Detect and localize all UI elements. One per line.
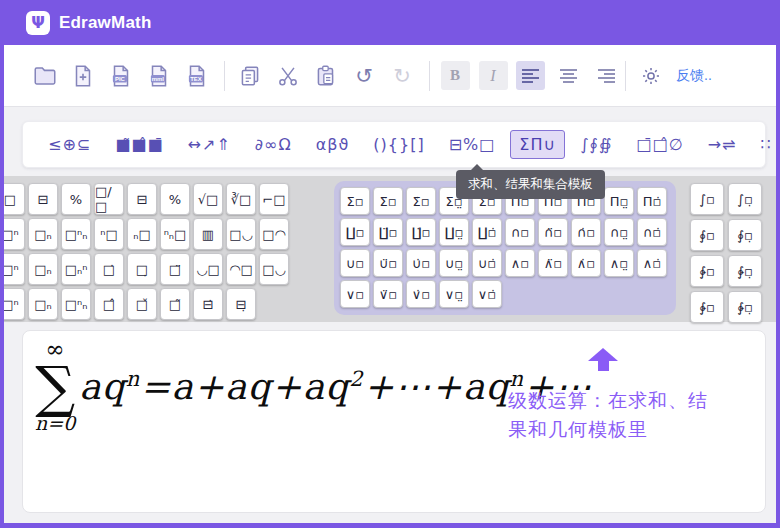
category-accents[interactable]: ■̃■̂■̄ bbox=[106, 130, 172, 159]
template-cell-left-r1c7[interactable]: √□ bbox=[193, 183, 223, 215]
template-cell-right-r2c2[interactable]: ∮▫̣ bbox=[728, 219, 762, 251]
template-cell-middle-r3c9[interactable]: ∧▫̤ bbox=[604, 249, 634, 277]
template-cell-right-r3c2[interactable]: ∳▫̣ bbox=[728, 255, 762, 287]
template-cell-middle-r3c1[interactable]: ∪▫ bbox=[340, 249, 370, 277]
bold-button[interactable]: B bbox=[440, 61, 470, 91]
category-labeled-arrows[interactable]: →⇌ bbox=[699, 130, 746, 159]
undo-button[interactable]: ↺ bbox=[349, 61, 379, 91]
template-cell-left-r3c6[interactable]: □̈ bbox=[160, 253, 190, 285]
template-cell-left-r1c8[interactable]: ∛□ bbox=[226, 183, 256, 215]
template-cell-right-r2c1[interactable]: ∮▫ bbox=[690, 219, 724, 251]
settings-button[interactable] bbox=[636, 61, 666, 91]
redo-button[interactable]: ↻ bbox=[387, 61, 417, 91]
template-cell-middle-r2c6[interactable]: ∩▫ bbox=[505, 218, 535, 246]
template-cell-left-r2c3[interactable]: □ⁿₙ bbox=[61, 218, 91, 250]
category-brackets[interactable]: (){}[] bbox=[364, 130, 433, 159]
template-cell-left-r1c6[interactable]: % bbox=[160, 183, 190, 215]
align-left-button[interactable] bbox=[516, 61, 545, 90]
template-cell-middle-r1c1[interactable]: Σ▫ bbox=[340, 187, 370, 215]
template-cell-middle-r1c9[interactable]: Π▫̤ bbox=[604, 187, 634, 215]
template-cell-left-r1c3[interactable]: % bbox=[61, 183, 91, 215]
template-cell-left-r2c9[interactable]: □◠ bbox=[259, 218, 289, 250]
category-bar-hat-slash[interactable]: □̄□̂∅ bbox=[628, 130, 693, 159]
template-cell-middle-r1c3[interactable]: Σ̇▫ bbox=[406, 187, 436, 215]
template-cell-middle-r3c6[interactable]: ∧▫ bbox=[505, 249, 535, 277]
template-cell-left-r4c8[interactable]: ⊟̣ bbox=[226, 288, 256, 320]
template-cell-left-r4c7[interactable]: ⊟̇ bbox=[193, 288, 223, 320]
template-cell-middle-r4c4[interactable]: ∨▫̤ bbox=[439, 280, 469, 308]
template-cell-left-r3c2[interactable]: □ₙ bbox=[28, 253, 58, 285]
template-cell-right-r3c1[interactable]: ∳▫ bbox=[690, 255, 724, 287]
template-cell-middle-r3c4[interactable]: ∪▫̤ bbox=[439, 249, 469, 277]
export-latex-button[interactable]: TEX bbox=[182, 61, 212, 91]
template-cell-left-r4c5[interactable]: □̌ bbox=[127, 288, 157, 320]
template-cell-middle-r2c4[interactable]: ∐▫̤ bbox=[439, 218, 469, 246]
template-cell-left-r3c7[interactable]: ◡□ bbox=[193, 253, 223, 285]
template-cell-middle-r2c5[interactable]: ∐▫̇ bbox=[472, 218, 502, 246]
paste-button[interactable] bbox=[311, 61, 341, 91]
template-cell-left-r2c7[interactable]: ▥ bbox=[193, 218, 223, 250]
template-cell-left-r3c5[interactable]: □̣ bbox=[127, 253, 157, 285]
template-cell-left-r4c1[interactable]: □ⁿ bbox=[0, 288, 25, 320]
export-mathml-button[interactable]: mml bbox=[144, 61, 174, 91]
export-image-button[interactable]: PIC bbox=[106, 61, 136, 91]
template-cell-right-r4c2[interactable]: ∲▫̣ bbox=[728, 291, 762, 323]
template-cell-middle-r2c2[interactable]: ∐̈▫ bbox=[373, 218, 403, 246]
category-greek-letters[interactable]: αβϑ bbox=[307, 130, 359, 159]
template-cell-left-r4c2[interactable]: □ₙ bbox=[28, 288, 58, 320]
template-cell-left-r2c6[interactable]: ⁿₙ□ bbox=[160, 218, 190, 250]
template-cell-left-r2c2[interactable]: □ₙ bbox=[28, 218, 58, 250]
template-cell-middle-r1c10[interactable]: Π▫̇ bbox=[637, 187, 667, 215]
template-cell-left-r2c8[interactable]: □◡ bbox=[226, 218, 256, 250]
template-cell-middle-r4c5[interactable]: ∨▫̇ bbox=[472, 280, 502, 308]
template-cell-middle-r3c7[interactable]: ∧̈▫ bbox=[538, 249, 568, 277]
template-cell-middle-r2c3[interactable]: ∐̇▫ bbox=[406, 218, 436, 246]
cut-button[interactable] bbox=[273, 61, 303, 91]
template-cell-left-r1c9[interactable]: ⌐□ bbox=[259, 183, 289, 215]
new-document-button[interactable] bbox=[68, 61, 98, 91]
template-cell-left-r2c1[interactable]: □ⁿ bbox=[0, 218, 25, 250]
template-cell-middle-r2c10[interactable]: ∩▫̇ bbox=[637, 218, 667, 246]
template-cell-left-r1c4[interactable]: □/□ bbox=[94, 183, 124, 215]
category-relations[interactable]: ≤⊕⊆ bbox=[39, 130, 100, 159]
template-cell-middle-r3c8[interactable]: ∧̇▫ bbox=[571, 249, 601, 277]
category-fractions[interactable]: ⊟%□ bbox=[440, 130, 505, 159]
category-arrows[interactable]: ↔↗⇑ bbox=[179, 130, 240, 159]
template-cell-left-r3c3[interactable]: □ₙⁿ bbox=[61, 253, 91, 285]
template-cell-right-r4c1[interactable]: ∲▫ bbox=[690, 291, 724, 323]
align-right-button[interactable] bbox=[592, 61, 621, 90]
template-cell-middle-r3c3[interactable]: ∪̇▫ bbox=[406, 249, 436, 277]
template-cell-middle-r4c1[interactable]: ∨▫ bbox=[340, 280, 370, 308]
template-cell-left-r1c1[interactable]: □ bbox=[0, 183, 25, 215]
template-cell-left-r4c6[interactable]: □̃ bbox=[160, 288, 190, 320]
copy-button[interactable] bbox=[235, 61, 265, 91]
template-cell-left-r1c2[interactable]: ⊟ bbox=[28, 183, 58, 215]
template-cell-middle-r2c7[interactable]: ∩̈▫ bbox=[538, 218, 568, 246]
template-cell-left-r3c1[interactable]: □ⁿ bbox=[0, 253, 25, 285]
template-cell-middle-r2c1[interactable]: ∐▫ bbox=[340, 218, 370, 246]
category-matrix[interactable]: ∷ bbox=[752, 130, 780, 159]
italic-button[interactable]: I bbox=[478, 61, 508, 91]
template-cell-left-r3c8[interactable]: ◠□ bbox=[226, 253, 256, 285]
template-cell-left-r4c3[interactable]: □ⁿₙ bbox=[61, 288, 91, 320]
feedback-link[interactable]: 反馈.. bbox=[676, 67, 712, 85]
category-integrals[interactable]: ∫∮∯ bbox=[571, 130, 621, 159]
template-cell-middle-r4c2[interactable]: ∨̈▫ bbox=[373, 280, 403, 308]
template-cell-right-r1c1[interactable]: ∫▫ bbox=[690, 183, 724, 215]
template-cell-middle-r4c3[interactable]: ∨̇▫ bbox=[406, 280, 436, 308]
template-cell-left-r3c4[interactable]: □̇ bbox=[94, 253, 124, 285]
template-cell-right-r1c2[interactable]: ∫▫̣ bbox=[728, 183, 762, 215]
template-cell-left-r2c5[interactable]: ₙ□ bbox=[127, 218, 157, 250]
template-cell-middle-r3c5[interactable]: ∪▫̇ bbox=[472, 249, 502, 277]
template-cell-middle-r3c10[interactable]: ∧▫̇ bbox=[637, 249, 667, 277]
category-misc-symbols[interactable]: ∂∞Ω bbox=[246, 130, 301, 159]
align-center-button[interactable] bbox=[554, 61, 583, 90]
template-cell-middle-r2c9[interactable]: ∩▫̤ bbox=[604, 218, 634, 246]
template-cell-middle-r3c2[interactable]: ∪̈▫ bbox=[373, 249, 403, 277]
template-cell-left-r3c9[interactable]: □◡ bbox=[259, 253, 289, 285]
template-cell-left-r4c4[interactable]: □̂ bbox=[94, 288, 124, 320]
template-cell-left-r1c5[interactable]: ⊟ bbox=[127, 183, 157, 215]
template-cell-middle-r1c2[interactable]: Σ̈▫ bbox=[373, 187, 403, 215]
template-cell-left-r2c4[interactable]: ⁿ□ bbox=[94, 218, 124, 250]
category-sum-product-set[interactable]: ΣΠ∪ bbox=[510, 130, 565, 159]
